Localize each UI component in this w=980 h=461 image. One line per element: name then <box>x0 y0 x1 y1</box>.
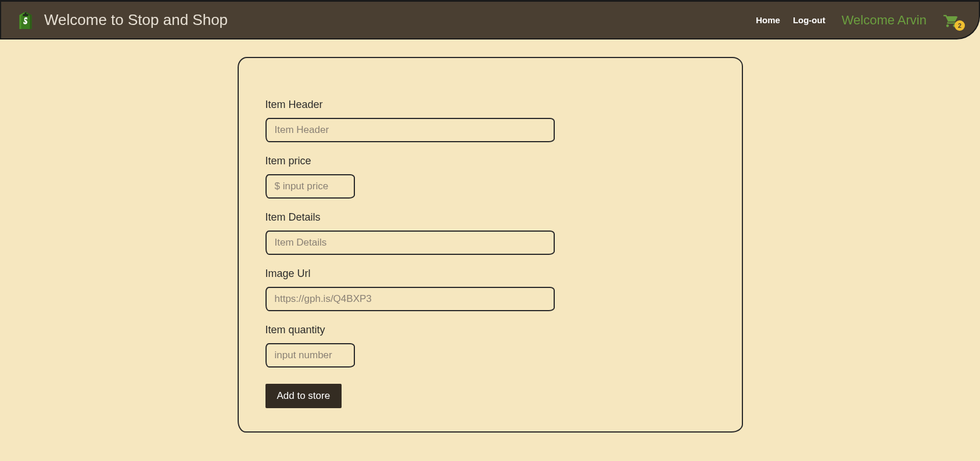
form-group-image-url: Image Url <box>265 268 715 311</box>
item-quantity-label: Item quantity <box>265 324 715 336</box>
welcome-user: Welcome Arvin <box>842 13 927 28</box>
form-group-item-quantity: Item quantity <box>265 324 715 368</box>
image-url-label: Image Url <box>265 268 715 280</box>
shop-logo-icon <box>15 10 36 31</box>
add-to-store-button[interactable]: Add to store <box>265 384 342 408</box>
item-price-label: Item price <box>265 155 715 167</box>
item-quantity-input[interactable] <box>265 343 355 368</box>
image-url-input[interactable] <box>265 287 555 311</box>
item-price-input[interactable] <box>265 174 355 199</box>
form-group-item-price: Item price <box>265 155 715 199</box>
brand[interactable]: Welcome to Stop and Shop <box>15 10 228 31</box>
main: Item Header Item price Item Details Imag… <box>0 39 980 450</box>
nav-home[interactable]: Home <box>756 15 780 25</box>
item-details-label: Item Details <box>265 211 715 224</box>
cart-button[interactable]: 2 <box>943 12 959 28</box>
item-header-label: Item Header <box>265 99 715 111</box>
brand-title: Welcome to Stop and Shop <box>44 11 228 29</box>
item-details-input[interactable] <box>265 230 555 255</box>
add-item-form-card: Item Header Item price Item Details Imag… <box>238 57 743 433</box>
form-group-item-header: Item Header <box>265 99 715 142</box>
item-header-input[interactable] <box>265 118 555 142</box>
nav-right: Home Log-out Welcome Arvin 2 <box>756 12 965 28</box>
cart-badge: 2 <box>954 20 965 31</box>
navbar: Welcome to Stop and Shop Home Log-out We… <box>0 0 980 39</box>
nav-logout[interactable]: Log-out <box>793 15 825 25</box>
form-group-item-details: Item Details <box>265 211 715 255</box>
